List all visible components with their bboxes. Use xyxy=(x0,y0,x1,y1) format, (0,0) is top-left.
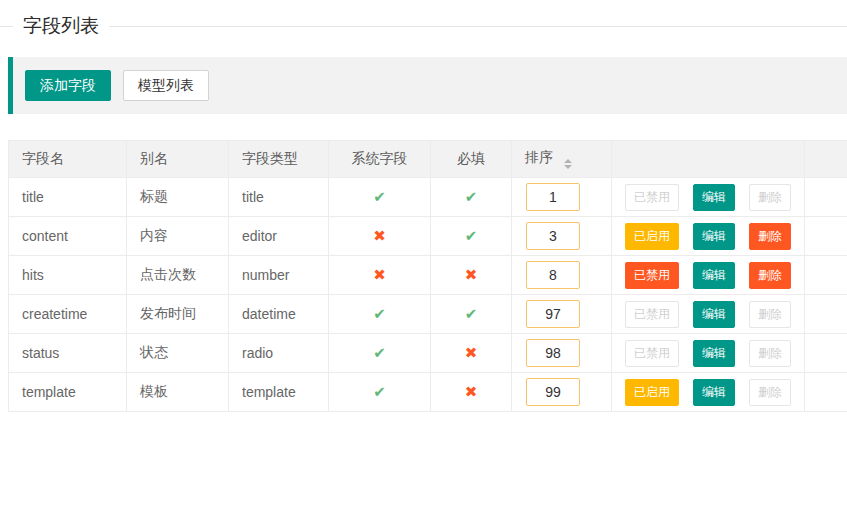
edit-button[interactable]: 编辑 xyxy=(693,223,735,250)
sort-input[interactable] xyxy=(526,339,580,367)
model-list-button[interactable]: 模型列表 xyxy=(123,70,209,101)
col-header-required: 必填 xyxy=(431,141,512,178)
field-name-cell: content xyxy=(9,217,127,256)
field-type-cell: number xyxy=(229,256,329,295)
field-type-cell: editor xyxy=(229,217,329,256)
system-field-cell xyxy=(329,373,431,412)
col-header-spacer xyxy=(805,141,847,178)
alias-cell: 内容 xyxy=(127,217,229,256)
delete-button: 删除 xyxy=(749,301,791,328)
required-cell xyxy=(431,373,512,412)
sort-cell xyxy=(512,217,612,256)
col-header-sort[interactable]: 排序 xyxy=(512,141,612,178)
delete-button: 删除 xyxy=(749,184,791,211)
field-name-cell: template xyxy=(9,373,127,412)
required-cell xyxy=(431,256,512,295)
edit-button[interactable]: 编辑 xyxy=(693,340,735,367)
sort-cell xyxy=(512,373,612,412)
sort-input[interactable] xyxy=(526,222,580,250)
status-toggle-button: 已禁用 xyxy=(625,301,679,328)
col-header-actions xyxy=(612,141,805,178)
system-field-mark xyxy=(373,227,386,244)
sort-input[interactable] xyxy=(526,378,580,406)
sort-cell xyxy=(512,178,612,217)
actions-cell: 已启用 编辑 删除 xyxy=(612,373,805,412)
sort-input[interactable] xyxy=(526,183,580,211)
delete-button[interactable]: 删除 xyxy=(749,223,791,250)
col-header-system-field: 系统字段 xyxy=(329,141,431,178)
col-header-field-name: 字段名 xyxy=(9,141,127,178)
spacer-cell xyxy=(805,334,847,373)
system-field-mark xyxy=(373,344,386,361)
system-field-mark xyxy=(373,383,386,400)
status-toggle-button[interactable]: 已禁用 xyxy=(625,262,679,289)
delete-button: 删除 xyxy=(749,379,791,406)
sort-input[interactable] xyxy=(526,261,580,289)
system-field-cell xyxy=(329,256,431,295)
actions-cell: 已禁用 编辑 删除 xyxy=(612,334,805,373)
system-field-mark xyxy=(373,266,386,283)
spacer-cell xyxy=(805,256,847,295)
col-header-sort-label: 排序 xyxy=(525,149,553,165)
system-field-mark xyxy=(373,305,386,322)
required-mark xyxy=(465,188,478,205)
sort-caret-icon[interactable] xyxy=(564,159,572,169)
page-title: 字段列表 xyxy=(23,13,99,39)
field-name-cell: title xyxy=(9,178,127,217)
status-toggle-button[interactable]: 已启用 xyxy=(625,223,679,250)
delete-button[interactable]: 删除 xyxy=(749,262,791,289)
required-cell xyxy=(431,178,512,217)
alias-cell: 标题 xyxy=(127,178,229,217)
field-type-cell: datetime xyxy=(229,295,329,334)
table-row: status 状态 radio 已禁用 编辑 删除 xyxy=(9,334,847,373)
required-mark xyxy=(465,344,478,361)
required-cell xyxy=(431,217,512,256)
table-header-row: 字段名 别名 字段类型 系统字段 必填 排序 xyxy=(9,141,847,178)
alias-cell: 状态 xyxy=(127,334,229,373)
add-field-button[interactable]: 添加字段 xyxy=(25,70,111,101)
sort-cell xyxy=(512,334,612,373)
field-name-cell: status xyxy=(9,334,127,373)
field-type-cell: template xyxy=(229,373,329,412)
actions-cell: 已禁用 编辑 删除 xyxy=(612,256,805,295)
edit-button[interactable]: 编辑 xyxy=(693,301,735,328)
required-mark xyxy=(465,266,478,283)
alias-cell: 模板 xyxy=(127,373,229,412)
sort-cell xyxy=(512,295,612,334)
system-field-cell xyxy=(329,217,431,256)
status-toggle-button: 已禁用 xyxy=(625,340,679,367)
field-table: 字段名 别名 字段类型 系统字段 必填 排序 title 标题 title 已禁… xyxy=(8,140,847,412)
col-header-field-type: 字段类型 xyxy=(229,141,329,178)
system-field-cell xyxy=(329,295,431,334)
edit-button[interactable]: 编辑 xyxy=(693,184,735,211)
actions-cell: 已禁用 编辑 删除 xyxy=(612,295,805,334)
edit-button[interactable]: 编辑 xyxy=(693,379,735,406)
field-type-cell: title xyxy=(229,178,329,217)
status-toggle-button[interactable]: 已启用 xyxy=(625,379,679,406)
required-mark xyxy=(465,227,478,244)
alias-cell: 点击次数 xyxy=(127,256,229,295)
table-row: createtime 发布时间 datetime 已禁用 编辑 删除 xyxy=(9,295,847,334)
required-cell xyxy=(431,295,512,334)
system-field-mark xyxy=(373,188,386,205)
table-row: template 模板 template 已启用 编辑 删除 xyxy=(9,373,847,412)
system-field-cell xyxy=(329,178,431,217)
required-mark xyxy=(465,305,478,322)
spacer-cell xyxy=(805,178,847,217)
spacer-cell xyxy=(805,295,847,334)
spacer-cell xyxy=(805,217,847,256)
spacer-cell xyxy=(805,373,847,412)
title-rule-left xyxy=(0,26,13,27)
field-name-cell: hits xyxy=(9,256,127,295)
required-cell xyxy=(431,334,512,373)
edit-button[interactable]: 编辑 xyxy=(693,262,735,289)
toolbar: 添加字段 模型列表 xyxy=(8,57,847,114)
title-rule-right xyxy=(109,26,847,27)
alias-cell: 发布时间 xyxy=(127,295,229,334)
field-name-cell: createtime xyxy=(9,295,127,334)
table-row: content 内容 editor 已启用 编辑 删除 xyxy=(9,217,847,256)
sort-input[interactable] xyxy=(526,300,580,328)
actions-cell: 已禁用 编辑 删除 xyxy=(612,178,805,217)
status-toggle-button: 已禁用 xyxy=(625,184,679,211)
required-mark xyxy=(465,383,478,400)
